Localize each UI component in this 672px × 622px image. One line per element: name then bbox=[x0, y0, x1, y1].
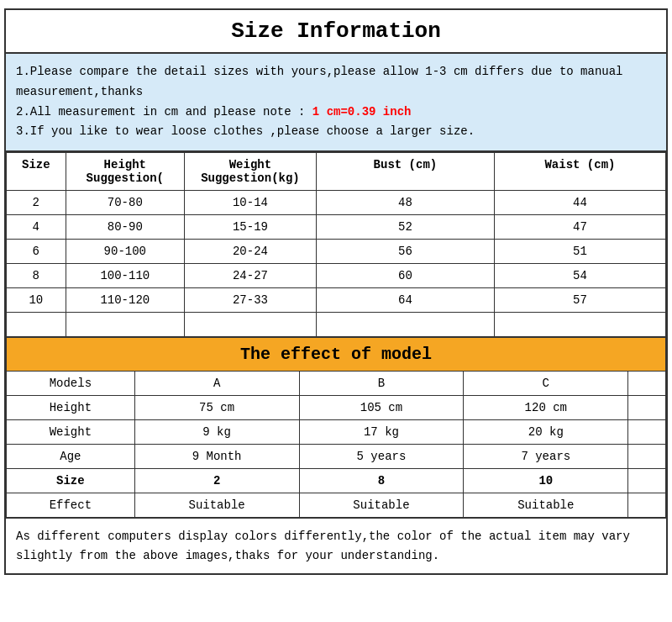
model-row-label: Effect bbox=[7, 493, 135, 518]
model-cell-c: 10 bbox=[464, 469, 628, 493]
model-cell-empty bbox=[628, 396, 666, 420]
model-row-effect: EffectSuitableSuitableSuitable bbox=[7, 493, 666, 518]
model-cell-b: 105 cm bbox=[299, 396, 464, 420]
size-table-row: 10110-12027-336457 bbox=[7, 288, 666, 313]
model-row-label: Weight bbox=[7, 420, 135, 445]
model-cell-empty bbox=[628, 445, 666, 469]
model-row-models: ModelsABC bbox=[7, 372, 666, 396]
size-cell-size: 2 bbox=[7, 191, 66, 215]
size-table: Size Height Suggestion( Weight Suggestio… bbox=[6, 152, 666, 337]
model-cell-a: Suitable bbox=[134, 493, 299, 518]
header-weight: Weight Suggestion(kg) bbox=[184, 153, 316, 191]
size-cell-weight: 24-27 bbox=[184, 264, 316, 288]
size-cell-height: 100-110 bbox=[66, 264, 184, 288]
model-cell-a: 9 Month bbox=[134, 445, 299, 469]
size-table-empty-row bbox=[7, 313, 666, 337]
note-line1: 1.Please compare the detail sizes with y… bbox=[16, 62, 656, 103]
model-cell-empty bbox=[628, 469, 666, 493]
model-row-label: Size bbox=[7, 469, 135, 493]
model-cell-c: Suitable bbox=[464, 493, 628, 518]
model-cell-b: Suitable bbox=[299, 493, 464, 518]
model-cell-c: C bbox=[464, 372, 628, 396]
size-cell-height: 70-80 bbox=[66, 191, 184, 215]
model-cell-c: 20 kg bbox=[464, 420, 628, 445]
size-cell-height: 80-90 bbox=[66, 215, 184, 240]
model-cell-c: 7 years bbox=[464, 445, 628, 469]
size-cell-height: 110-120 bbox=[66, 288, 184, 313]
size-table-header-row: Size Height Suggestion( Weight Suggestio… bbox=[7, 153, 666, 191]
title-text: Size Information bbox=[231, 18, 441, 44]
size-cell-bust: 64 bbox=[316, 288, 494, 313]
size-table-row: 8100-11024-276054 bbox=[7, 264, 666, 288]
model-row-label: Models bbox=[7, 372, 135, 396]
size-cell-bust: 56 bbox=[316, 240, 494, 264]
model-cell-empty bbox=[628, 420, 666, 445]
note-line3: 3.If you like to wear loose clothes ,ple… bbox=[16, 122, 656, 142]
size-information-card: Size Information 1.Please compare the de… bbox=[4, 8, 668, 575]
size-table-row: 480-9015-195247 bbox=[7, 215, 666, 240]
size-cell-height: 90-100 bbox=[66, 240, 184, 264]
model-row-weight: Weight9 kg17 kg20 kg bbox=[7, 420, 666, 445]
size-cell-size: 4 bbox=[7, 215, 66, 240]
size-table-row: 690-10020-245651 bbox=[7, 240, 666, 264]
model-section-header-row: The effect of model bbox=[7, 338, 666, 372]
note-line2: 2.All measurement in cm and please note … bbox=[16, 103, 656, 123]
model-section-header: The effect of model bbox=[7, 338, 666, 372]
header-size: Size bbox=[7, 153, 66, 191]
model-cell-c: 120 cm bbox=[464, 396, 628, 420]
header-height: Height Suggestion( bbox=[66, 153, 184, 191]
model-cell-a: A bbox=[134, 372, 299, 396]
model-row-label: Age bbox=[7, 445, 135, 469]
size-cell-size: 10 bbox=[7, 288, 66, 313]
page-title: Size Information bbox=[6, 10, 666, 54]
size-cell-size: 8 bbox=[7, 264, 66, 288]
note-line2-highlight: 1 cm=0.39 inch bbox=[312, 105, 412, 119]
model-row-height: Height75 cm105 cm120 cm bbox=[7, 396, 666, 420]
model-header-text: The effect of model bbox=[240, 345, 432, 364]
model-row-age: Age9 Month5 years7 years bbox=[7, 445, 666, 469]
size-cell-waist: 57 bbox=[494, 288, 665, 313]
model-cell-b: 5 years bbox=[299, 445, 464, 469]
note-line2-prefix: 2.All measurement in cm and please note … bbox=[16, 105, 312, 119]
size-cell-size: 6 bbox=[7, 240, 66, 264]
size-cell-weight: 10-14 bbox=[184, 191, 316, 215]
header-bust: Bust (cm) bbox=[316, 153, 494, 191]
size-cell-weight: 20-24 bbox=[184, 240, 316, 264]
size-cell-bust: 60 bbox=[316, 264, 494, 288]
model-cell-a: 2 bbox=[134, 469, 299, 493]
model-cell-a: 9 kg bbox=[134, 420, 299, 445]
header-waist: Waist (cm) bbox=[494, 153, 665, 191]
model-row-label: Height bbox=[7, 396, 135, 420]
model-cell-a: 75 cm bbox=[134, 396, 299, 420]
model-row-size: Size2810 bbox=[7, 469, 666, 493]
size-cell-waist: 54 bbox=[494, 264, 665, 288]
size-cell-bust: 52 bbox=[316, 215, 494, 240]
model-cell-empty bbox=[628, 372, 666, 396]
model-cell-b: 17 kg bbox=[299, 420, 464, 445]
notes-section: 1.Please compare the detail sizes with y… bbox=[6, 54, 666, 152]
size-cell-waist: 44 bbox=[494, 191, 665, 215]
model-table: The effect of model ModelsABC Height75 c… bbox=[6, 337, 666, 518]
size-cell-waist: 51 bbox=[494, 240, 665, 264]
footer-note: As different computers display colors di… bbox=[6, 518, 666, 573]
model-cell-b: B bbox=[299, 372, 464, 396]
size-cell-bust: 48 bbox=[316, 191, 494, 215]
model-cell-b: 8 bbox=[299, 469, 464, 493]
size-cell-waist: 47 bbox=[494, 215, 665, 240]
size-cell-weight: 27-33 bbox=[184, 288, 316, 313]
size-table-row: 270-8010-144844 bbox=[7, 191, 666, 215]
size-cell-weight: 15-19 bbox=[184, 215, 316, 240]
model-cell-empty bbox=[628, 493, 666, 518]
